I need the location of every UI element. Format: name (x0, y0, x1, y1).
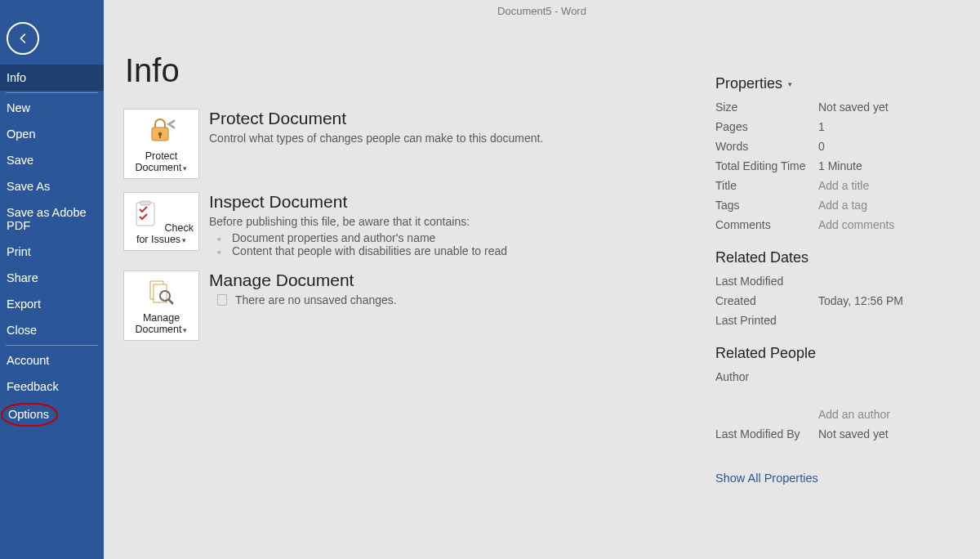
prop-words: Words0 (715, 136, 960, 156)
checklist-icon (129, 199, 162, 229)
window-title: Document5 - Word (104, 0, 980, 18)
nav-label: Save as Adobe PDF (7, 206, 87, 232)
protect-document-text: Protect Document Control what types of c… (209, 109, 543, 148)
nav-print[interactable]: Print (0, 239, 104, 265)
inspect-document-text: Inspect Document Before publishing this … (209, 192, 507, 257)
issue-item: Content that people with disabilities ar… (217, 244, 507, 257)
section-desc: Control what types of changes people can… (209, 132, 543, 145)
card-label: Protect Document (136, 150, 182, 173)
nav-label: Close (7, 324, 37, 337)
nav-label: Save As (7, 180, 50, 193)
info-left-column: Info Protect Document▾ Protect Document … (123, 28, 683, 485)
nav-label: Share (7, 271, 38, 284)
nav-separator (6, 92, 98, 93)
main-area: Document5 - Word Info Protect Document▾ (104, 0, 980, 559)
protect-document-row: Protect Document▾ Protect Document Contr… (123, 109, 683, 179)
related-dates-section: Related Dates Last Modified CreatedToday… (715, 249, 960, 330)
dropdown-icon: ▾ (181, 164, 187, 172)
back-button[interactable] (7, 22, 39, 55)
manage-document-text: Manage Document There are no unsaved cha… (209, 271, 397, 306)
nav-open[interactable]: Open (0, 121, 104, 147)
nav-label: New (7, 101, 30, 114)
nav-new[interactable]: New (0, 95, 104, 121)
properties-heading[interactable]: Properties ▾ (715, 75, 960, 92)
prop-add-author[interactable]: Add an author (715, 405, 960, 424)
manage-document-row: Manage Document▾ Manage Document There a… (123, 271, 683, 341)
section-title: Protect Document (209, 109, 543, 128)
prop-last-printed: Last Printed (715, 311, 960, 330)
protect-document-button[interactable]: Protect Document▾ (123, 109, 199, 179)
section-desc: Before publishing this file, be aware th… (209, 215, 507, 228)
related-people-heading: Related People (715, 345, 960, 362)
nav-save-adobe-pdf[interactable]: Save as Adobe PDF (0, 199, 104, 239)
no-changes-line: There are no unsaved changes. (209, 293, 397, 306)
prop-pages: Pages1 (715, 117, 960, 136)
dropdown-icon: ▾ (786, 80, 792, 88)
backstage-sidebar: Info New Open Save Save As Save as Adobe… (0, 0, 104, 559)
manage-document-button[interactable]: Manage Document▾ (123, 271, 199, 341)
nav-info[interactable]: Info (0, 65, 104, 91)
svg-rect-2 (159, 134, 161, 138)
nav-feedback[interactable]: Feedback (0, 373, 104, 400)
nav-options-wrap: Options (0, 400, 104, 427)
prop-comments[interactable]: CommentsAdd comments (715, 215, 960, 235)
properties-section: Properties ▾ SizeNot saved yet Pages1 Wo… (715, 75, 960, 235)
back-arrow-icon (16, 31, 30, 46)
dropdown-icon: ▾ (180, 236, 186, 244)
nav-close[interactable]: Close (0, 317, 104, 343)
nav-label: Save (7, 154, 33, 167)
nav-separator (6, 345, 98, 346)
prop-last-modified: Last Modified (715, 271, 960, 291)
prop-size: SizeNot saved yet (715, 97, 960, 117)
nav-label: Info (7, 71, 26, 84)
properties-panel: Properties ▾ SizeNot saved yet Pages1 Wo… (715, 28, 960, 485)
prop-created: CreatedToday, 12:56 PM (715, 291, 960, 311)
prop-author: Author (715, 367, 960, 387)
nav-label: Export (7, 297, 41, 311)
page-title: Info (125, 52, 683, 89)
issue-item: Document properties and author's name (217, 231, 507, 244)
nav-label: Print (7, 245, 31, 258)
section-desc: There are no unsaved changes. (235, 293, 397, 306)
nav-save[interactable]: Save (0, 147, 104, 173)
inspect-document-row: Check for Issues▾ Inspect Document Befor… (123, 192, 683, 257)
nav-share[interactable]: Share (0, 265, 104, 291)
nav-label: Account (7, 354, 49, 367)
prop-edit-time: Total Editing Time1 Minute (715, 156, 960, 176)
dropdown-icon: ▾ (181, 326, 187, 334)
prop-last-modified-by: Last Modified ByNot saved yet (715, 424, 960, 444)
prop-tags[interactable]: TagsAdd a tag (715, 195, 960, 215)
show-all-properties-link[interactable]: Show All Properties (715, 472, 818, 485)
lock-key-icon (145, 116, 178, 145)
inspect-issues-list: Document properties and author's name Co… (209, 231, 507, 257)
nav-label: Open (7, 127, 35, 141)
prop-title[interactable]: TitleAdd a title (715, 176, 960, 195)
document-magnify-icon (145, 278, 178, 307)
nav-account[interactable]: Account (0, 347, 104, 373)
check-for-issues-button[interactable]: Check for Issues▾ (123, 192, 199, 251)
section-title: Inspect Document (209, 192, 507, 212)
nav-label: Options (8, 408, 49, 421)
content: Info Protect Document▾ Protect Document … (104, 18, 980, 485)
nav-label: Feedback (7, 380, 59, 393)
svg-rect-4 (140, 201, 150, 205)
related-people-section: Related People Author Add an author Last… (715, 345, 960, 444)
nav-save-as[interactable]: Save As (0, 173, 104, 199)
svg-line-8 (168, 299, 173, 304)
card-label: Manage Document (136, 312, 182, 335)
related-dates-heading: Related Dates (715, 249, 960, 266)
nav-export[interactable]: Export (0, 291, 104, 317)
nav-options[interactable]: Options (1, 403, 58, 427)
section-title: Manage Document (209, 271, 397, 290)
document-icon (217, 294, 227, 306)
svg-rect-3 (136, 203, 154, 226)
